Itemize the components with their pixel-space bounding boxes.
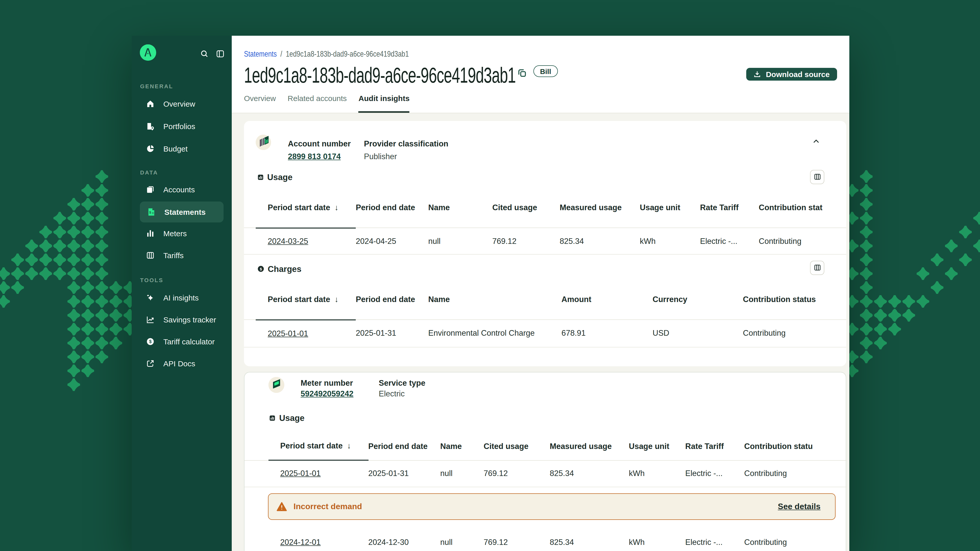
svg-text:$: $ <box>149 210 151 214</box>
svg-text:$: $ <box>259 267 262 271</box>
svg-text:$: $ <box>149 339 151 344</box>
